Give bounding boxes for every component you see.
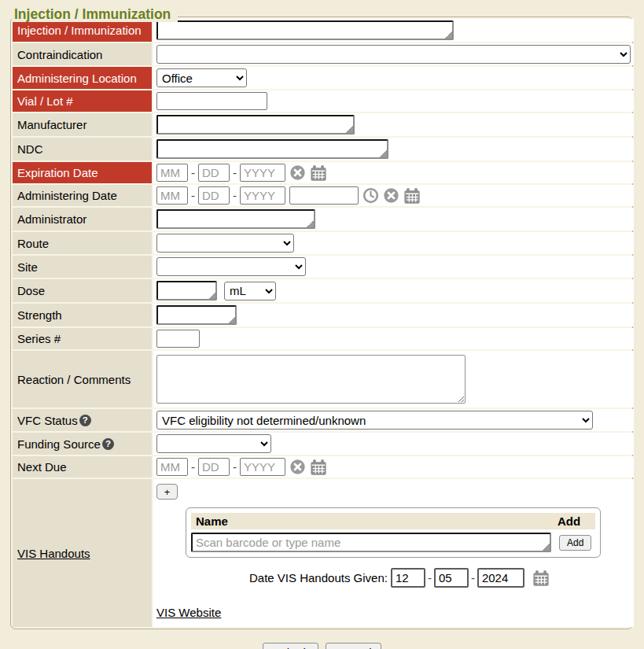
administering-time-input[interactable] <box>289 186 359 205</box>
administering-location-select[interactable]: Office <box>156 68 247 87</box>
label-reaction-comments: Reaction / Comments <box>13 351 152 407</box>
date-separator: - <box>233 166 237 179</box>
vis-handouts-box: Name Add Add <box>186 507 601 558</box>
row-injection-immunization <box>153 19 634 42</box>
vis-date-given-row: Date VIS Handouts Given: - - <box>249 568 550 588</box>
next-due-month-input[interactable] <box>156 458 188 476</box>
site-select[interactable] <box>156 257 306 276</box>
label-ndc: NDC <box>13 138 152 160</box>
injection-immunization-input[interactable] <box>156 20 454 40</box>
row-funding-source <box>153 433 634 455</box>
vis-scan-input[interactable] <box>191 533 551 552</box>
calendar-icon[interactable] <box>403 187 421 205</box>
date-separator: - <box>233 460 237 474</box>
clear-date-icon[interactable] <box>289 164 306 181</box>
injection-immunization-panel: Injection / Immunization Injection / Imm… <box>10 17 633 629</box>
date-separator: - <box>191 166 195 179</box>
administering-month-input[interactable] <box>156 186 188 205</box>
label-vfc-status: VFC Status? <box>13 409 152 431</box>
form-actions: Submit Cancel <box>0 643 644 649</box>
row-site <box>153 256 634 278</box>
row-vial-lot <box>153 90 634 112</box>
help-icon[interactable]: ? <box>102 438 114 450</box>
vis-add-button[interactable]: Add <box>559 535 591 551</box>
vis-given-year-input[interactable] <box>477 568 524 588</box>
row-administering-date: - - <box>153 185 634 206</box>
vis-date-given-label: Date VIS Handouts Given: <box>249 571 388 584</box>
date-separator: - <box>233 189 237 202</box>
dose-input[interactable] <box>156 281 217 301</box>
page-title: Injection / Immunization <box>12 6 178 22</box>
row-dose: mL <box>153 279 634 302</box>
vis-handouts-link[interactable]: VIS Handouts <box>17 547 90 560</box>
row-strength <box>153 304 634 326</box>
calendar-icon[interactable] <box>532 570 550 587</box>
route-select[interactable] <box>156 234 294 253</box>
label-administering-date: Administering Date <box>13 185 152 206</box>
row-vis-handouts: + Name Add Add Date VIS Handouts Given: … <box>153 479 634 627</box>
label-next-due: Next Due <box>13 456 152 478</box>
label-dose: Dose <box>13 279 152 302</box>
row-administrator <box>153 208 634 230</box>
label-administrator: Administrator <box>13 208 152 230</box>
series-input[interactable] <box>156 330 200 348</box>
date-separator: - <box>191 189 195 202</box>
row-ndc <box>153 138 634 160</box>
date-separator: - <box>191 460 195 474</box>
add-vis-row-button[interactable]: + <box>156 484 178 500</box>
administrator-input[interactable] <box>156 209 315 229</box>
vis-given-month-input[interactable] <box>391 568 425 588</box>
vfc-status-select[interactable]: VFC eligibility not determined/unknown <box>156 411 593 430</box>
row-series <box>153 328 634 349</box>
clear-date-icon[interactable] <box>383 187 399 204</box>
label-funding-source: Funding Source? <box>13 433 152 455</box>
ndc-input[interactable] <box>156 139 388 159</box>
label-vis-handouts: VIS Handouts <box>13 479 152 627</box>
strength-input[interactable] <box>156 305 237 325</box>
administering-day-input[interactable] <box>198 186 230 205</box>
next-due-year-input[interactable] <box>240 458 285 476</box>
submit-button[interactable]: Submit <box>263 643 318 649</box>
help-icon[interactable]: ? <box>79 415 91 426</box>
label-strength: Strength <box>13 304 152 326</box>
label-route: Route <box>13 232 152 254</box>
vis-name-column-header: Name <box>196 514 558 528</box>
row-route <box>153 232 634 254</box>
vial-lot-input[interactable] <box>156 92 267 110</box>
clock-icon[interactable] <box>362 187 379 204</box>
clear-date-icon[interactable] <box>289 459 306 475</box>
label-manufacturer: Manufacturer <box>13 113 152 136</box>
vfc-status-label-text: VFC Status <box>17 414 78 427</box>
vis-table-header: Name Add <box>191 513 595 529</box>
injection-form: Injection / Immunization Contraindicatio… <box>13 19 631 627</box>
administering-year-input[interactable] <box>240 186 285 205</box>
date-separator: - <box>428 571 432 584</box>
row-administering-location: Office <box>153 67 634 89</box>
dose-unit-select[interactable]: mL <box>224 282 276 301</box>
funding-source-select[interactable] <box>156 434 271 453</box>
date-separator: - <box>471 571 475 584</box>
label-vial-lot: Vial / Lot # <box>13 90 152 112</box>
vis-given-day-input[interactable] <box>434 568 469 588</box>
row-expiration-date: - - <box>153 162 634 183</box>
row-contraindication <box>153 43 634 65</box>
label-site: Site <box>13 256 152 278</box>
expiration-year-input[interactable] <box>240 164 285 182</box>
vis-input-row: Add <box>191 533 595 552</box>
funding-source-label-text: Funding Source <box>17 437 101 451</box>
row-vfc-status: VFC eligibility not determined/unknown <box>153 409 634 431</box>
label-injection-immunization: Injection / Immunization <box>13 19 152 42</box>
expiration-day-input[interactable] <box>198 164 230 182</box>
calendar-icon[interactable] <box>310 164 327 182</box>
vis-website-link[interactable]: VIS Website <box>156 606 221 619</box>
reaction-comments-textarea[interactable] <box>156 355 466 404</box>
calendar-icon[interactable] <box>310 459 327 476</box>
contraindication-select[interactable] <box>156 45 631 64</box>
label-administering-location: Administering Location <box>13 67 152 89</box>
row-manufacturer <box>153 113 634 136</box>
manufacturer-input[interactable] <box>156 115 355 135</box>
vis-add-column-header: Add <box>558 514 591 528</box>
next-due-day-input[interactable] <box>198 458 230 476</box>
cancel-button[interactable]: Cancel <box>326 643 381 649</box>
expiration-month-input[interactable] <box>156 164 188 182</box>
